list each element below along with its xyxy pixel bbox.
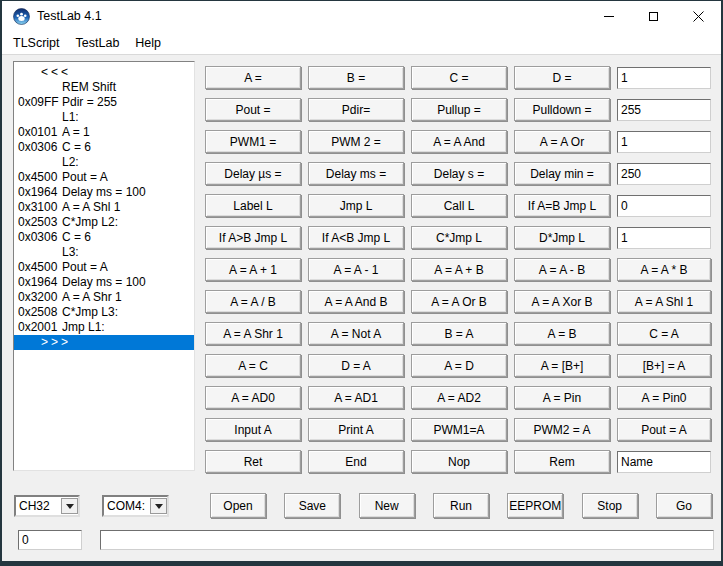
op-button[interactable]: End: [308, 450, 404, 473]
op-button[interactable]: A = AD2: [411, 386, 507, 409]
op-button[interactable]: Nop: [411, 450, 507, 473]
value-field-1[interactable]: [617, 67, 711, 89]
op-button[interactable]: A = A / B: [205, 290, 301, 313]
op-button[interactable]: A = C: [205, 354, 301, 377]
op-button[interactable]: Ret: [205, 450, 301, 473]
op-button[interactable]: Call L: [411, 194, 507, 217]
op-button[interactable]: A = AD1: [308, 386, 404, 409]
op-button[interactable]: A = AD0: [205, 386, 301, 409]
value-field-3[interactable]: [617, 131, 711, 153]
value-field-2[interactable]: [617, 99, 711, 121]
value-field-5[interactable]: [617, 195, 711, 217]
list-item[interactable]: REM Shift: [14, 80, 194, 95]
com-port-dropdown-button[interactable]: [150, 498, 167, 514]
op-button[interactable]: A = Not A: [308, 322, 404, 345]
op-button[interactable]: Pullup =: [411, 98, 507, 121]
op-button[interactable]: A = A Shl 1: [617, 290, 711, 313]
op-button[interactable]: A = A And B: [308, 290, 404, 313]
op-button[interactable]: B = A: [411, 322, 507, 345]
op-button[interactable]: A = A Or B: [411, 290, 507, 313]
op-button[interactable]: A =: [205, 66, 301, 89]
list-item[interactable]: 0x2503C*Jmp L2:: [14, 215, 194, 230]
op-button[interactable]: PWM1 =: [205, 130, 301, 153]
op-button[interactable]: Label L: [205, 194, 301, 217]
op-button[interactable]: If A=B Jmp L: [514, 194, 610, 217]
op-button[interactable]: If A>B Jmp L: [205, 226, 301, 249]
value-field-4[interactable]: [617, 163, 711, 185]
eeprom-button[interactable]: EEPROM: [507, 493, 563, 518]
op-button[interactable]: D =: [514, 66, 610, 89]
com-port-select[interactable]: COM4:: [102, 495, 169, 517]
op-button[interactable]: Rem: [514, 450, 610, 473]
op-button[interactable]: A = D: [411, 354, 507, 377]
list-item[interactable]: 0x2508C*Jmp L3:: [14, 305, 194, 320]
op-button[interactable]: If A<B Jmp L: [308, 226, 404, 249]
op-button[interactable]: A = Pin0: [617, 386, 711, 409]
op-button[interactable]: D*Jmp L: [514, 226, 610, 249]
device-dropdown-button[interactable]: [61, 498, 78, 514]
list-item[interactable]: 0x0101A = 1: [14, 125, 194, 140]
menu-item-testlab[interactable]: TestLab: [68, 31, 128, 54]
op-button[interactable]: Pout = A: [617, 418, 711, 441]
name-field[interactable]: [617, 451, 711, 473]
op-button[interactable]: Input A: [205, 418, 301, 441]
message-field[interactable]: [100, 530, 714, 550]
new-button[interactable]: New: [359, 493, 415, 518]
op-button[interactable]: C = A: [617, 322, 711, 345]
list-item[interactable]: L1:: [14, 110, 194, 125]
list-item[interactable]: 0x2001Jmp L1:: [14, 320, 194, 335]
op-button[interactable]: A = A Or: [514, 130, 610, 153]
open-button[interactable]: Open: [210, 493, 266, 518]
run-button[interactable]: Run: [433, 493, 489, 518]
list-item[interactable]: 0x1964Delay ms = 100: [14, 275, 194, 290]
op-button[interactable]: A = B: [514, 322, 610, 345]
close-button[interactable]: [676, 1, 721, 31]
minimize-button[interactable]: [586, 1, 631, 31]
list-item[interactable]: 0x4500Pout = A: [14, 170, 194, 185]
op-button[interactable]: C*Jmp L: [411, 226, 507, 249]
maximize-button[interactable]: [631, 1, 676, 31]
value-field-6[interactable]: [617, 227, 711, 249]
op-button[interactable]: PWM 2 =: [308, 130, 404, 153]
op-button[interactable]: A = A And: [411, 130, 507, 153]
op-button[interactable]: A = A + 1: [205, 258, 301, 281]
op-button[interactable]: Delay min =: [514, 162, 610, 185]
op-button[interactable]: A = [B+]: [514, 354, 610, 377]
op-button[interactable]: C =: [411, 66, 507, 89]
op-button[interactable]: A = A - 1: [308, 258, 404, 281]
op-button[interactable]: Pout =: [205, 98, 301, 121]
list-item[interactable]: 0x3200A = A Shr 1: [14, 290, 194, 305]
op-button[interactable]: Delay µs =: [205, 162, 301, 185]
op-button[interactable]: A = Pin: [514, 386, 610, 409]
op-button[interactable]: Pulldown =: [514, 98, 610, 121]
op-button[interactable]: Pdir=: [308, 98, 404, 121]
menu-item-tlscript[interactable]: TLScript: [5, 31, 68, 54]
list-item[interactable]: <<<: [14, 65, 194, 80]
list-item[interactable]: >>>: [14, 335, 194, 350]
op-button[interactable]: PWM1=A: [411, 418, 507, 441]
stop-button[interactable]: Stop: [582, 493, 638, 518]
program-listbox[interactable]: <<<REM Shift0x09FFPdir = 255L1:0x0101A =…: [13, 61, 195, 471]
menu-item-help[interactable]: Help: [127, 31, 169, 54]
op-button[interactable]: PWM2 = A: [514, 418, 610, 441]
save-button[interactable]: Save: [284, 493, 340, 518]
op-button[interactable]: D = A: [308, 354, 404, 377]
status-value-field[interactable]: [18, 530, 82, 550]
list-item[interactable]: 0x1964Delay ms = 100: [14, 185, 194, 200]
op-button[interactable]: B =: [308, 66, 404, 89]
op-button[interactable]: A = A * B: [617, 258, 711, 281]
go-button[interactable]: Go: [656, 493, 712, 518]
op-button[interactable]: Delay s =: [411, 162, 507, 185]
op-button[interactable]: [B+] = A: [617, 354, 711, 377]
op-button[interactable]: A = A - B: [514, 258, 610, 281]
list-item[interactable]: 0x3100A = A Shl 1: [14, 200, 194, 215]
op-button[interactable]: Delay ms =: [308, 162, 404, 185]
op-button[interactable]: A = A Shr 1: [205, 322, 301, 345]
op-button[interactable]: Print A: [308, 418, 404, 441]
list-item[interactable]: 0x4500Pout = A: [14, 260, 194, 275]
list-item[interactable]: L2:: [14, 155, 194, 170]
op-button[interactable]: Jmp L: [308, 194, 404, 217]
list-item[interactable]: 0x09FFPdir = 255: [14, 95, 194, 110]
list-item[interactable]: L3:: [14, 245, 194, 260]
op-button[interactable]: A = A Xor B: [514, 290, 610, 313]
